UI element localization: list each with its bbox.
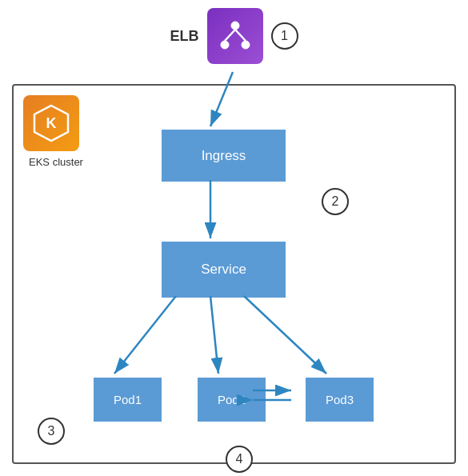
pod1-box: Pod1	[94, 378, 162, 422]
ingress-label: Ingress	[202, 148, 246, 164]
svg-point-2	[242, 41, 250, 49]
pod2-box: Pod2	[198, 378, 266, 422]
badge-4: 4	[226, 446, 253, 473]
service-label: Service	[201, 262, 246, 278]
svg-line-4	[235, 30, 246, 41]
service-box: Service	[162, 242, 286, 298]
elb-label: ELB	[170, 28, 199, 45]
badge-2: 2	[322, 188, 349, 215]
pod1-label: Pod1	[114, 393, 142, 406]
elb-icon	[207, 8, 263, 64]
svg-point-0	[231, 22, 239, 30]
svg-point-1	[221, 41, 229, 49]
pod3-box: Pod3	[306, 378, 374, 422]
eks-cluster-box: K EKS cluster Ingress Service Pod1 Pod2 …	[12, 84, 456, 464]
eks-logo: K	[23, 95, 79, 151]
pod2-label: Pod2	[218, 393, 246, 406]
badge-3: 3	[38, 418, 65, 445]
ingress-box: Ingress	[162, 130, 286, 182]
badge-1: 1	[271, 22, 298, 50]
svg-text:K: K	[46, 115, 57, 131]
elb-section: ELB 1	[0, 8, 468, 64]
svg-line-3	[225, 30, 235, 41]
eks-label: EKS cluster	[20, 156, 92, 168]
pod3-label: Pod3	[326, 393, 354, 406]
